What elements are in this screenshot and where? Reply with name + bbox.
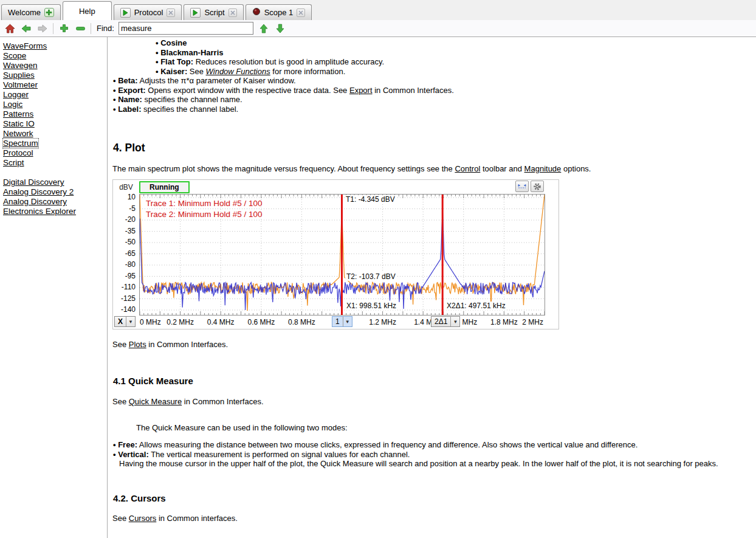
x-axis-mode-button[interactable]: X▼ (114, 316, 136, 327)
find-label: Find: (97, 24, 114, 33)
y-tick-label: -80 (125, 261, 136, 269)
find-input[interactable] (119, 22, 253, 35)
y-unit-label: dBV (113, 183, 139, 191)
scope-status-icon (252, 7, 261, 18)
sidebar-link-analog-discovery[interactable]: Analog Discovery (3, 197, 67, 207)
quick-measure-intro: The Quick Measure can be used in the fol… (112, 423, 756, 432)
sidebar-link-electronics-explorer[interactable]: Electronics Explorer (3, 207, 76, 216)
x-tick-label: 2 MHz (522, 318, 543, 326)
settings-gear-icon[interactable] (531, 181, 544, 192)
sidebar-link-static-io[interactable]: Static IO (3, 119, 35, 129)
sidebar-link-analog-discovery-2[interactable]: Analog Discovery 2 (3, 187, 74, 197)
tab-scope-1[interactable]: Scope 1 (246, 4, 312, 20)
y-tick-label: -110 (122, 283, 136, 291)
tab-help[interactable]: Help (63, 1, 112, 20)
add-tab-icon[interactable] (44, 8, 54, 17)
inline-link[interactable]: Quick Measure (129, 397, 182, 406)
list-item: Export: Opens export window with the res… (112, 86, 756, 95)
sidebar-link-logic[interactable]: Logic (3, 100, 22, 109)
sidebar-link-logger[interactable]: Logger (3, 90, 29, 100)
text-segment: Reduces resolution but is good in amplit… (193, 57, 384, 66)
sidebar-link-scope[interactable]: Scope (3, 51, 26, 61)
plus-icon (46, 9, 52, 16)
quick-measure-note: Having the mouse cursor in the upper hal… (112, 459, 756, 469)
see-plots-line: See Plots in Common Interfaces. (112, 340, 756, 349)
list-item: Vertical: The vertical measurement is pe… (112, 450, 756, 460)
sidebar-gap (3, 168, 107, 178)
sidebar-link-waveforms[interactable]: WaveForms (3, 41, 47, 51)
play-icon (190, 8, 201, 18)
running-status-button[interactable]: Running (139, 181, 190, 193)
tab-protocol-label: Protocol (134, 8, 163, 17)
y-tick-label: -50 (125, 238, 136, 246)
y-tick-label: -20 (125, 216, 136, 224)
tab-scope-1-label: Scope 1 (264, 8, 294, 17)
tab-welcome[interactable]: Welcome (1, 4, 61, 20)
text-segment: in Common Interfaces. (146, 340, 228, 349)
tab-help-label: Help (79, 7, 95, 16)
y-tick-label: -125 (121, 295, 136, 303)
close-tab-icon[interactable] (229, 9, 237, 17)
x-tick-label: 0.2 MHz (167, 318, 194, 326)
tab-bar: Welcome Help Protocol Script (0, 0, 756, 20)
forward-icon[interactable] (36, 22, 49, 35)
back-icon[interactable] (20, 22, 32, 35)
list-item: Free: Allows measuring the distance betw… (112, 440, 756, 450)
y-tick-label: -65 (125, 250, 136, 258)
zoom-in-icon[interactable] (58, 22, 70, 35)
close-tab-icon[interactable] (167, 9, 175, 17)
x-axis: X▼ 1▼ 2Δ1▼ 0 MHz0.2 MHz0.4 MHz0.6 MHz0.8… (113, 316, 558, 329)
help-sidebar: WaveFormsScopeWavegenSuppliesVoltmeterLo… (0, 37, 108, 538)
sidebar-link-supplies[interactable]: Supplies (3, 71, 35, 80)
plot-mid: 10-5-20-35-50-65-80-95-110-125-140 Trace… (113, 194, 558, 316)
inline-link[interactable]: Control (455, 164, 480, 173)
plot-paragraph: The main spectrum plot shows the magnitu… (112, 164, 756, 173)
tab-protocol[interactable]: Protocol (114, 4, 182, 20)
y-axis: 10-5-20-35-50-65-80-95-110-125-140 (113, 194, 139, 316)
sidebar-link-protocol[interactable]: Protocol (3, 148, 33, 158)
t1-measure-label: T1: -4.345 dBV (345, 195, 396, 204)
inline-link[interactable]: Window Functions (206, 67, 270, 76)
text-segment: Kaiser: (160, 67, 187, 76)
text-segment: The main spectrum plot shows the magnitu… (112, 164, 455, 173)
x-tick-label: 0.6 MHz (247, 318, 275, 326)
list-item: Label: specifies the channel label. (112, 105, 756, 114)
text-segment: Cosine (160, 38, 187, 47)
list-item: Kaiser: See Window Functions for more in… (112, 67, 756, 77)
sidebar-link-script[interactable]: Script (3, 158, 24, 168)
cursor1-button[interactable]: 1▼ (332, 316, 352, 327)
inline-link[interactable]: Cursors (129, 514, 157, 523)
y-tick-label: -140 (121, 306, 136, 314)
sidebar-link-digital-discovery[interactable]: Digital Discovery (3, 178, 64, 187)
y-tick-label: 10 (128, 193, 136, 201)
text-segment: Vertical: (118, 450, 149, 459)
x-tick-label: 0.4 MHz (207, 318, 235, 326)
chevron-down-icon: ▼ (343, 317, 352, 326)
text-segment: See (187, 67, 205, 76)
tab-script[interactable]: Script (184, 4, 243, 20)
cursor2-button[interactable]: 2Δ1▼ (431, 316, 460, 327)
sidebar-link-spectrum[interactable]: Spectrum (3, 139, 38, 148)
zoom-out-icon[interactable] (74, 22, 86, 35)
sidebar-link-patterns[interactable]: Patterns (3, 109, 33, 119)
home-icon[interactable] (4, 22, 16, 35)
quick-measure-icon[interactable] (515, 181, 529, 192)
trace1-note: Trace 1: Minimum Hold #5 / 100 (146, 199, 263, 208)
see-quick-measure-line: See Quick Measure in Common Interfaces. (112, 397, 756, 406)
inline-link[interactable]: Plots (129, 340, 146, 349)
sidebar-link-voltmeter[interactable]: Voltmeter (3, 80, 38, 90)
sidebar-link-wavegen[interactable]: Wavegen (3, 61, 38, 71)
inline-link[interactable]: Magnitude (524, 164, 562, 173)
inline-link[interactable]: Export (349, 86, 373, 95)
text-segment: specifies the channel name. (142, 95, 242, 104)
x1-cursor-label: X1: 998.51 kHz (345, 302, 397, 310)
play-icon (120, 8, 131, 18)
close-tab-icon[interactable] (297, 9, 305, 17)
see-cursors-line: See Cursors in Common interfaces. (112, 514, 756, 523)
find-previous-icon[interactable] (258, 22, 270, 35)
help-content: Cosine Blackman-Harris Flat Top: Reduces… (108, 37, 756, 538)
find-next-icon[interactable] (274, 22, 286, 35)
tab-welcome-label: Welcome (8, 8, 41, 17)
chart-area[interactable]: Trace 1: Minimum Hold #5 / 100 Trace 2: … (139, 194, 545, 316)
sidebar-link-network[interactable]: Network (3, 129, 33, 139)
